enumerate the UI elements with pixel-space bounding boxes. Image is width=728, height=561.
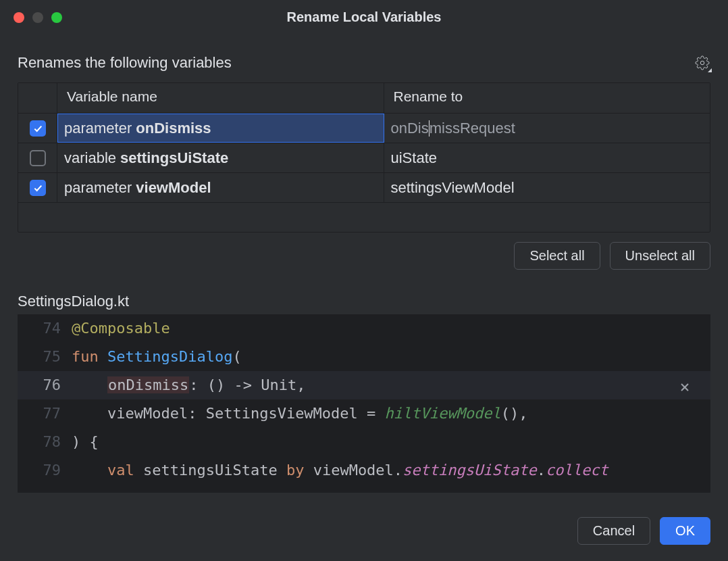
ok-button[interactable]: OK — [660, 517, 710, 545]
window-title: Rename Local Variables — [14, 9, 714, 25]
table-header: Variable name Rename to — [18, 83, 710, 113]
variable-kind-label: parameter — [64, 179, 132, 197]
rename-to-cell[interactable]: settingsViewModel — [384, 173, 710, 202]
variable-kind-label: parameter — [64, 120, 132, 137]
zoom-window-button[interactable] — [51, 12, 62, 23]
variable-name-cell[interactable]: parameter viewModel — [57, 173, 384, 202]
column-header-variable-name: Variable name — [57, 83, 384, 113]
code-line: 77 viewModel: SettingsViewModel = hiltVi… — [18, 399, 710, 428]
line-number: 75 — [18, 343, 72, 371]
code-preview: 74 @Composable 75 fun SettingsDialog( 76… — [18, 314, 710, 493]
code-line: 74 @Composable — [18, 314, 710, 343]
minimize-window-button[interactable] — [32, 12, 43, 23]
code-line: 78 ) { — [18, 428, 710, 456]
rename-table: Variable name Rename to parameter onDism… — [18, 82, 710, 233]
code-content: onDismiss: () -> Unit, — [72, 371, 710, 399]
rename-to-text-post: missRequest — [430, 120, 515, 137]
variable-identifier: onDismiss — [136, 120, 211, 137]
line-number: 77 — [18, 399, 72, 428]
line-number: 78 — [18, 428, 72, 456]
line-number: 76 — [18, 371, 72, 399]
column-header-rename-to: Rename to — [384, 83, 710, 113]
code-content: viewModel: SettingsViewModel = hiltViewM… — [72, 399, 710, 428]
table-row[interactable]: variable settingsUiState uiState — [18, 143, 710, 172]
code-content: val settingsUiState by viewModel.setting… — [72, 456, 710, 485]
code-content: @Composable — [72, 314, 710, 343]
traffic-lights — [14, 12, 62, 23]
rename-to-text-pre: onDis — [391, 120, 429, 137]
table-empty-row — [18, 202, 710, 232]
dialog-subtitle: Renames the following variables — [18, 54, 232, 72]
variable-name-cell[interactable]: parameter onDismiss — [57, 114, 384, 143]
rename-to-text: settingsViewModel — [391, 179, 515, 197]
line-number: 79 — [18, 456, 72, 485]
close-window-button[interactable] — [14, 12, 24, 23]
table-row[interactable]: parameter onDismiss onDismissRequest — [18, 113, 710, 143]
rename-to-text: uiState — [391, 149, 438, 167]
variable-kind-label: variable — [64, 149, 116, 167]
row-checkbox[interactable] — [30, 150, 46, 166]
titlebar: Rename Local Variables — [0, 0, 728, 34]
code-line: 75 fun SettingsDialog( — [18, 343, 710, 371]
row-checkbox[interactable] — [30, 180, 46, 196]
line-number: 74 — [18, 314, 72, 343]
rename-to-cell[interactable]: uiState — [384, 143, 710, 172]
select-all-button[interactable]: Select all — [514, 242, 600, 270]
code-line: 79 val settingsUiState by viewModel.sett… — [18, 456, 710, 485]
unselect-all-button[interactable]: Unselect all — [610, 242, 710, 270]
column-header-checkbox — [18, 83, 57, 113]
variable-identifier: viewModel — [136, 179, 211, 197]
cancel-button[interactable]: Cancel — [577, 517, 650, 545]
code-content: ) { — [72, 428, 710, 456]
svg-point-0 — [700, 61, 704, 65]
rename-to-cell[interactable]: onDismissRequest — [384, 114, 710, 143]
preview-filename: SettingsDialog.kt — [18, 293, 710, 310]
variable-identifier: settingsUiState — [120, 149, 228, 167]
code-line: 76 onDismiss: () -> Unit, — [18, 371, 710, 399]
table-row[interactable]: parameter viewModel settingsViewModel — [18, 172, 710, 202]
close-icon[interactable] — [678, 381, 692, 394]
row-checkbox[interactable] — [30, 120, 46, 137]
variable-name-cell[interactable]: variable settingsUiState — [57, 143, 384, 172]
code-content: fun SettingsDialog( — [72, 343, 710, 371]
settings-gear-icon[interactable] — [694, 55, 710, 71]
